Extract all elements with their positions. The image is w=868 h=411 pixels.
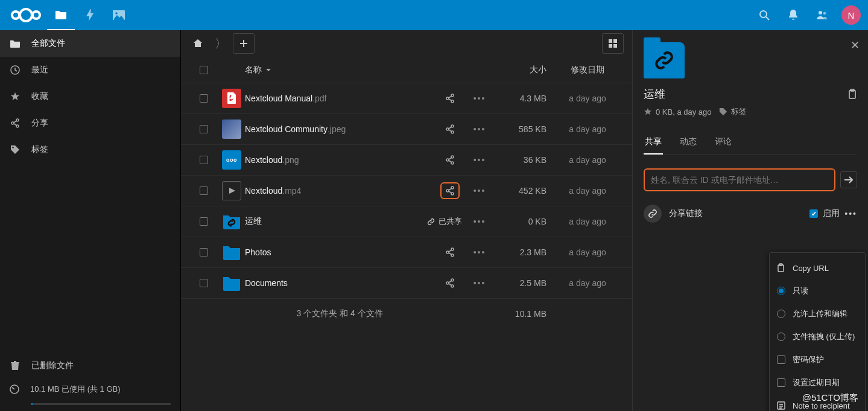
file-type-icon [218, 212, 245, 231]
share-icon [10, 118, 21, 128]
column-date[interactable]: 修改日期 [551, 65, 624, 75]
more-icon[interactable]: ••• [474, 278, 486, 288]
popover-label: Copy URL [793, 264, 829, 273]
enable-checkbox[interactable]: ✔ [809, 209, 818, 218]
sidebar-item-tags[interactable]: 标签 [0, 136, 180, 163]
file-name[interactable]: Nextcloud.mp4 [245, 186, 434, 196]
row-checkbox[interactable] [200, 186, 208, 195]
file-name[interactable]: 运维 [245, 216, 407, 227]
sidebar-item-favorites[interactable]: 收藏 [0, 83, 180, 110]
file-name[interactable]: Nextcloud Manual.pdf [245, 94, 434, 103]
table-row[interactable]: Photos•••2.3 MBa day ago [181, 237, 632, 268]
sidebar-label: 全部文件 [31, 38, 65, 49]
table-row[interactable]: Nextcloud.mp4•••452 KBa day ago [181, 176, 632, 206]
sidebar-label: 标签 [31, 144, 48, 155]
row-checkbox[interactable] [200, 217, 208, 226]
close-icon[interactable]: ✕ [851, 39, 860, 52]
popover-label: 只读 [793, 285, 808, 296]
column-name[interactable]: 名称 [245, 65, 434, 75]
more-icon[interactable]: ••• [474, 247, 486, 257]
file-size: 452 KB [493, 186, 551, 196]
popover-item[interactable]: 设置过期日期 [770, 371, 865, 394]
sidebar-item-all-files[interactable]: 全部文件 [0, 30, 180, 57]
svg-point-1 [20, 9, 32, 21]
activity-app-icon[interactable] [76, 0, 104, 30]
user-avatar[interactable]: N [841, 5, 861, 25]
table-row[interactable]: Nextcloud Manual.pdf•••4.3 MBa day ago [181, 83, 632, 114]
share-submit-icon[interactable] [840, 171, 857, 188]
more-icon[interactable]: ••• [474, 217, 486, 226]
table-row[interactable]: Documents•••2.5 MBa day ago [181, 268, 632, 299]
shared-indicator[interactable]: 已共享 [427, 216, 462, 227]
svg-rect-14 [609, 39, 612, 43]
sort-icon [265, 67, 271, 73]
share-options-popover: Copy URL只读允许上传和编辑文件拖拽 (仅上传)密码保护设置过期日期Not… [769, 252, 866, 411]
clock-icon [10, 65, 21, 75]
search-icon[interactable] [751, 0, 778, 30]
sidebar-item-share[interactable]: 分享 [0, 110, 180, 136]
nextcloud-logo[interactable] [7, 5, 45, 25]
share-icon[interactable] [445, 94, 455, 103]
detail-title: 运维 [644, 87, 665, 101]
more-icon[interactable]: ••• [474, 94, 486, 103]
row-checkbox[interactable] [200, 125, 208, 133]
share-icon[interactable] [445, 278, 455, 288]
gallery-app-icon[interactable] [105, 0, 133, 30]
folder-icon [10, 39, 21, 48]
column-size[interactable]: 大小 [493, 65, 551, 75]
row-checkbox[interactable] [200, 279, 208, 287]
svg-point-7 [823, 12, 826, 14]
checkbox-icon [777, 355, 785, 364]
tab-sharing[interactable]: 共享 [644, 132, 663, 155]
sidebar-item-recent[interactable]: 最近 [0, 57, 180, 83]
clipboard-icon[interactable] [847, 89, 857, 100]
sidebar-item-trash[interactable]: 已删除文件 [0, 352, 180, 379]
share-icon[interactable] [445, 155, 455, 165]
table-row[interactable]: Nextcloud Community.jpeg•••585 KBa day a… [181, 114, 632, 145]
file-name[interactable]: Photos [245, 247, 434, 257]
gauge-icon [10, 384, 19, 394]
files-app-icon[interactable] [47, 0, 75, 30]
popover-item[interactable]: 只读 [770, 279, 865, 302]
file-name[interactable]: Nextcloud Community.jpeg [245, 124, 434, 134]
file-date: a day ago [551, 217, 624, 226]
popover-item[interactable]: 允许上传和编辑 [770, 302, 865, 325]
home-icon[interactable] [187, 33, 209, 54]
table-row[interactable]: 运维已共享•••0 KBa day ago [181, 206, 632, 237]
tab-comments[interactable]: 评论 [714, 132, 733, 155]
contacts-icon[interactable] [809, 0, 835, 30]
select-all-checkbox[interactable] [200, 66, 208, 74]
share-search-input[interactable] [644, 168, 835, 191]
grid-view-icon[interactable] [602, 33, 624, 54]
sidebar-label: 已删除文件 [31, 360, 74, 371]
file-name[interactable]: Documents [245, 278, 434, 288]
detail-panel: ✕ 运维 0 KB, a day ago 标签 共享 动态 评论 分享链接 ✔ … [632, 30, 868, 411]
popover-item[interactable]: 文件拖拽 (仅上传) [770, 325, 865, 348]
row-checkbox[interactable] [200, 156, 208, 164]
file-type-icon [218, 273, 245, 293]
svg-point-13 [10, 385, 19, 393]
header-right: N [751, 0, 861, 30]
row-checkbox[interactable] [200, 94, 208, 103]
file-name[interactable]: Nextcloud.png [245, 155, 434, 165]
new-button[interactable] [233, 33, 255, 54]
clipboard-icon [777, 263, 785, 273]
more-icon[interactable]: ••• [474, 155, 486, 165]
row-checkbox[interactable] [200, 248, 208, 256]
share-icon[interactable] [445, 247, 455, 257]
file-type-icon [218, 89, 245, 108]
popover-item[interactable]: 密码保护 [770, 348, 865, 371]
tab-activity[interactable]: 动态 [679, 132, 698, 155]
popover-item[interactable]: Copy URL [770, 256, 865, 279]
more-icon[interactable]: ••• [474, 186, 486, 196]
detail-tags[interactable]: 标签 [719, 106, 747, 117]
detail-favorite[interactable]: 0 KB, a day ago [644, 107, 712, 116]
notifications-icon[interactable] [780, 0, 806, 30]
share-icon[interactable] [445, 124, 455, 134]
more-icon[interactable]: ••• [474, 124, 486, 134]
share-icon[interactable] [440, 182, 460, 199]
file-size: 0 KB [493, 217, 551, 226]
star-icon [644, 107, 652, 116]
more-icon[interactable]: ••• [844, 209, 857, 218]
table-row[interactable]: oooNextcloud.png•••36 KBa day ago [181, 145, 632, 176]
